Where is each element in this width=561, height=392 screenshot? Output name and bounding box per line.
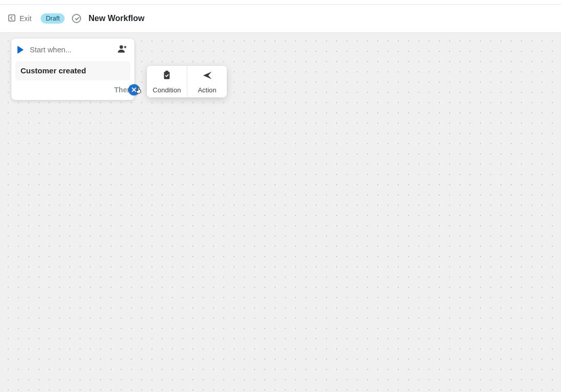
add-condition-button[interactable]: Condition	[147, 66, 187, 97]
trigger-header-label: Start when...	[30, 46, 117, 54]
trigger-card[interactable]: Start when... Customer created Then	[11, 38, 134, 100]
condition-label: Condition	[153, 86, 181, 94]
trigger-event-label: Customer created	[21, 66, 86, 75]
draft-badge: Draft	[41, 13, 65, 24]
svg-rect-2	[164, 71, 170, 79]
svg-point-1	[120, 45, 123, 49]
svg-rect-3	[165, 70, 168, 72]
close-add-step-button[interactable]	[128, 84, 140, 95]
action-label: Action	[198, 86, 216, 94]
trigger-header: Start when...	[11, 38, 134, 60]
exit-icon	[7, 13, 16, 24]
exit-label: Exit	[20, 14, 31, 23]
trigger-body[interactable]: Customer created	[15, 61, 130, 81]
exit-button[interactable]: Exit	[5, 11, 33, 26]
check-circle-icon	[72, 14, 81, 23]
workflow-canvas[interactable]: Start when... Customer created Then	[0, 33, 561, 392]
person-add-icon	[117, 44, 127, 56]
close-icon	[131, 86, 137, 93]
trigger-footer: Then	[11, 81, 134, 100]
add-action-button[interactable]: Action	[187, 66, 227, 97]
workflow-title[interactable]: New Workflow	[88, 14, 144, 23]
add-step-popover: Condition Action	[147, 66, 227, 97]
play-icon	[17, 46, 24, 54]
top-bar: Exit Draft New Workflow	[0, 4, 561, 33]
send-icon	[202, 70, 213, 83]
clipboard-check-icon	[161, 70, 172, 83]
svg-rect-0	[9, 15, 15, 21]
